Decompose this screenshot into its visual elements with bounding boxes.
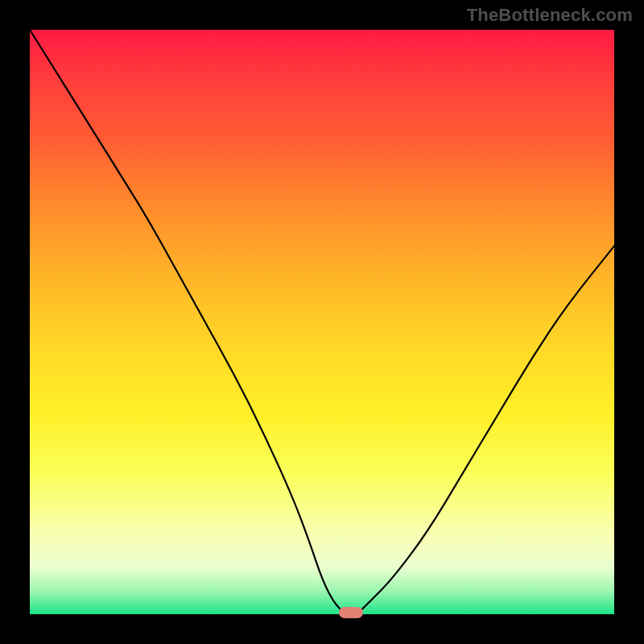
watermark-text: TheBottleneck.com	[467, 5, 633, 26]
curve-path	[30, 30, 614, 614]
bottleneck-curve	[30, 30, 614, 614]
plot-area	[30, 30, 614, 614]
chart-frame: TheBottleneck.com	[0, 0, 644, 644]
optimal-marker	[339, 607, 363, 618]
